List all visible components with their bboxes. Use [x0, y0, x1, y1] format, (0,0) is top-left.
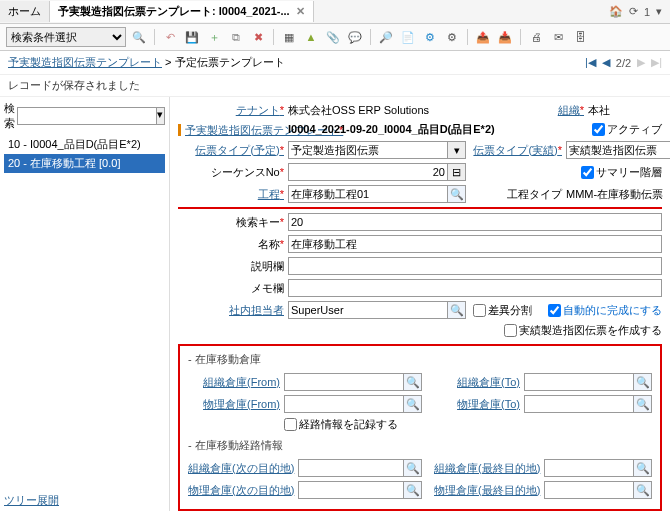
tree-item-1[interactable]: 20 - 在庫移動工程 [0.0]: [4, 154, 165, 173]
home-icon[interactable]: 🏠: [609, 5, 623, 18]
memo-label: メモ欄: [178, 281, 288, 296]
seq-input[interactable]: [288, 163, 448, 181]
phywh-next-input[interactable]: [298, 481, 404, 499]
nav-last-icon[interactable]: ▶|: [651, 56, 662, 69]
proc-lookup[interactable]: 🔍: [448, 185, 466, 203]
page-indicator: 2/2: [616, 57, 631, 69]
tab-home[interactable]: ホーム: [0, 1, 50, 22]
mail-icon[interactable]: ✉: [549, 28, 567, 46]
close-icon[interactable]: ✕: [296, 5, 305, 17]
summary-checkbox[interactable]: サマリー階層: [581, 165, 662, 180]
nav-first-icon[interactable]: |◀: [585, 56, 596, 69]
search-icon[interactable]: 🔍: [130, 28, 148, 46]
template-label[interactable]: 予実製造指図伝票テンプレート: [178, 124, 288, 136]
menu-icon[interactable]: ▾: [656, 5, 662, 18]
type-act-label[interactable]: 伝票タイプ(実績): [466, 143, 566, 158]
autocomp-checkbox[interactable]: 自動的に完成にする: [548, 303, 662, 318]
memo-input[interactable]: [288, 279, 662, 297]
proc-type-label: 工程タイプ: [466, 187, 566, 202]
proc-input[interactable]: [288, 185, 448, 203]
orgwh-last-input[interactable]: [544, 459, 634, 477]
search-label: 検索: [4, 101, 17, 131]
name-input[interactable]: [288, 235, 662, 253]
export-icon[interactable]: 📤: [474, 28, 492, 46]
active-checkbox[interactable]: アクティブ: [592, 122, 662, 137]
type-plan-dd[interactable]: ▾: [448, 141, 466, 159]
new-icon[interactable]: ＋: [205, 28, 223, 46]
breadcrumb-link-1[interactable]: 予実製造指図伝票テンプレート: [8, 56, 162, 68]
group-route-title: - 在庫移動経路情報: [188, 438, 652, 453]
key-input[interactable]: [288, 213, 662, 231]
print-icon[interactable]: 🖨: [527, 28, 545, 46]
copy-icon[interactable]: ⧉: [227, 28, 245, 46]
tab-active[interactable]: 予実製造指図伝票テンプレート: I0004_2021-...✕: [50, 1, 314, 22]
import-icon[interactable]: 📥: [496, 28, 514, 46]
breadcrumb: 予実製造指図伝票テンプレート > 予定伝票テンプレート: [8, 55, 285, 70]
refresh-icon[interactable]: ⟳: [629, 5, 638, 18]
type-act-input[interactable]: [566, 141, 670, 159]
phywh-from-label[interactable]: 物理倉庫(From): [188, 397, 284, 412]
delete-icon[interactable]: ✖: [249, 28, 267, 46]
phywh-last-label[interactable]: 物理倉庫(最終目的地): [434, 483, 544, 498]
group-wh-title: - 在庫移動倉庫: [188, 352, 652, 367]
nav-up-icon[interactable]: ▲: [302, 28, 320, 46]
gear-icon[interactable]: ⚙: [443, 28, 461, 46]
process-icon[interactable]: ⚙: [421, 28, 439, 46]
name-label: 名称: [178, 237, 288, 252]
zoom-icon[interactable]: 🔎: [377, 28, 395, 46]
orgwh-to-lookup[interactable]: 🔍: [634, 373, 652, 391]
desc-input[interactable]: [288, 257, 662, 275]
divider-red: [178, 207, 662, 209]
route-rec-checkbox[interactable]: 経路情報を記録する: [284, 417, 398, 432]
makeact-checkbox[interactable]: 実績製造指図伝票を作成する: [504, 323, 662, 338]
orgwh-last-label[interactable]: 組織倉庫(最終目的地): [434, 461, 544, 476]
orgwh-to-label[interactable]: 組織倉庫(To): [434, 375, 524, 390]
tenant-label[interactable]: テナント: [178, 103, 288, 118]
org-label[interactable]: 組織: [488, 103, 588, 118]
tenant-value: 株式会社OSS ERP Solutions: [288, 103, 488, 118]
key-label: 検索キー: [178, 215, 288, 230]
phywh-next-lookup[interactable]: 🔍: [404, 481, 422, 499]
chat-icon[interactable]: 💬: [346, 28, 364, 46]
phywh-from-lookup[interactable]: 🔍: [404, 395, 422, 413]
orgwh-next-input[interactable]: [298, 459, 404, 477]
undo-icon[interactable]: ↶: [161, 28, 179, 46]
nav-next-icon[interactable]: ▶: [637, 56, 645, 69]
grid-icon[interactable]: ▦: [280, 28, 298, 46]
intrep-input[interactable]: [288, 301, 448, 319]
phywh-next-label[interactable]: 物理倉庫(次の目的地): [188, 483, 298, 498]
type-plan-input[interactable]: [288, 141, 448, 159]
group-warehouse: - 在庫移動倉庫 組織倉庫(From) 🔍 組織倉庫(To) 🔍 物理倉庫(Fr…: [178, 344, 662, 511]
seq-spinner[interactable]: ⊟: [448, 163, 466, 181]
orgwh-from-lookup[interactable]: 🔍: [404, 373, 422, 391]
phywh-to-label[interactable]: 物理倉庫(To): [434, 397, 524, 412]
type-plan-label[interactable]: 伝票タイプ(予定): [178, 143, 288, 158]
orgwh-last-lookup[interactable]: 🔍: [634, 459, 652, 477]
attach-icon[interactable]: 📎: [324, 28, 342, 46]
report-icon[interactable]: 📄: [399, 28, 417, 46]
tree-item-0[interactable]: 10 - I0004_品目D(品目E*2): [4, 135, 165, 154]
intrep-lookup[interactable]: 🔍: [448, 301, 466, 319]
phywh-to-input[interactable]: [524, 395, 634, 413]
tree-search-input[interactable]: [17, 107, 157, 125]
save-icon[interactable]: 💾: [183, 28, 201, 46]
proc-label[interactable]: 工程: [178, 187, 288, 202]
phywh-from-input[interactable]: [284, 395, 404, 413]
tree-expand-link[interactable]: ツリー展開: [4, 493, 165, 508]
search-cond-select[interactable]: 検索条件選択: [6, 27, 126, 47]
intrep-label[interactable]: 社内担当者: [178, 303, 288, 318]
orgwh-from-label[interactable]: 組織倉庫(From): [188, 375, 284, 390]
nav-prev-icon[interactable]: ◀: [602, 56, 610, 69]
orgwh-to-input[interactable]: [524, 373, 634, 391]
orgwh-next-label[interactable]: 組織倉庫(次の目的地): [188, 461, 298, 476]
orgwh-next-lookup[interactable]: 🔍: [404, 459, 422, 477]
orgwh-from-input[interactable]: [284, 373, 404, 391]
phywh-last-lookup[interactable]: 🔍: [634, 481, 652, 499]
phywh-last-input[interactable]: [544, 481, 634, 499]
org-value: 本社: [588, 103, 668, 118]
breadcrumb-current: 予定伝票テンプレート: [175, 56, 285, 68]
phywh-to-lookup[interactable]: 🔍: [634, 395, 652, 413]
archive-icon[interactable]: 🗄: [571, 28, 589, 46]
diff-checkbox[interactable]: 差異分割: [473, 303, 532, 318]
tree-search-dropdown[interactable]: ▾: [157, 107, 165, 125]
